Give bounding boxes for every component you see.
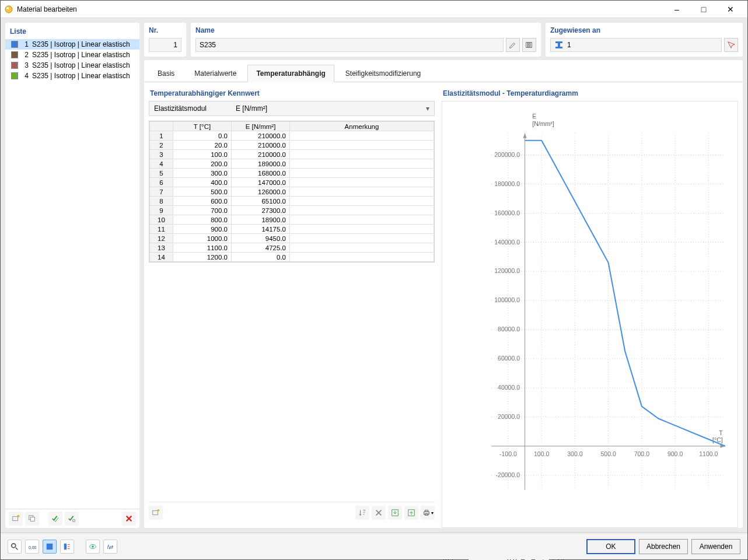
svg-text:80000.0: 80000.0 xyxy=(498,326,520,332)
grid-delete-icon[interactable] xyxy=(372,506,386,520)
table-row[interactable]: 7500.0126000.0 xyxy=(150,187,434,197)
svg-point-1 xyxy=(6,7,9,9)
minimize-button[interactable]: – xyxy=(663,1,690,18)
list-item[interactable]: 4S235 | Isotrop | Linear elastisch xyxy=(5,71,139,81)
svg-rect-9 xyxy=(530,43,532,48)
export-icon[interactable] xyxy=(404,506,418,520)
new-item-icon[interactable] xyxy=(9,512,23,526)
table-row[interactable]: 6400.0147000.0 xyxy=(150,178,434,187)
svg-text:f⇄: f⇄ xyxy=(107,544,113,550)
ok-button[interactable]: OK xyxy=(586,539,635,554)
list-item-num: 1 xyxy=(22,40,29,48)
table-row[interactable]: 8600.065100.0 xyxy=(150,197,434,206)
list-item[interactable]: 2S235 | Isotrop | Linear elastisch xyxy=(5,50,139,60)
delete-icon[interactable] xyxy=(122,512,136,526)
table-row[interactable]: 11900.014175.0 xyxy=(150,225,434,234)
titlebar: Material bearbeiten – □ ✕ xyxy=(1,1,747,18)
svg-rect-18 xyxy=(425,510,428,512)
svg-text:700.0: 700.0 xyxy=(634,450,649,457)
pick-assign-icon[interactable] xyxy=(724,38,738,52)
assign-card: Zugewiesen an 1 xyxy=(546,23,743,57)
table-row[interactable]: 10.0210000.0 xyxy=(150,131,434,141)
svg-text:0,00: 0,00 xyxy=(29,545,36,549)
app-window: Material bearbeiten – □ ✕ Liste 1S235 | … xyxy=(0,0,748,560)
table-row[interactable]: 10800.018900.0 xyxy=(150,215,434,225)
table-row[interactable]: 131100.04725.0 xyxy=(150,243,434,253)
svg-rect-13 xyxy=(153,511,158,515)
svg-point-68 xyxy=(92,545,94,548)
name-input[interactable]: S235 xyxy=(195,38,504,52)
mode1-icon[interactable] xyxy=(43,540,57,554)
chart-column: Elastizitätsmodul - Temperaturdiagramm -… xyxy=(442,87,738,523)
svg-text:900.0: 900.0 xyxy=(667,450,683,457)
table-row[interactable]: 9700.027300.0 xyxy=(150,206,434,215)
table-row[interactable]: 220.0210000.0 xyxy=(150,141,434,150)
apply-button[interactable]: Anwenden xyxy=(691,539,740,554)
table-row[interactable]: 4200.0189000.0 xyxy=(150,159,434,169)
tab-temperaturabhängig[interactable]: Temperaturabhängig xyxy=(247,65,334,82)
assign-input[interactable]: 1 xyxy=(550,38,722,52)
svg-text:120000.0: 120000.0 xyxy=(494,267,520,274)
grid-toolbar: ▾ xyxy=(149,502,435,523)
svg-rect-66 xyxy=(64,543,67,550)
table-row[interactable]: 121000.09450.0 xyxy=(150,234,434,243)
top-row: Nr. 1 Name S235 Zugewiesen an xyxy=(144,23,743,57)
swatch-icon xyxy=(11,41,18,48)
decimals-icon[interactable]: 0,00 xyxy=(25,540,39,554)
view-icon[interactable] xyxy=(86,540,100,554)
data-grid[interactable]: T [°C]E [N/mm²]Anmerkung10.0210000.0220.… xyxy=(149,121,435,262)
svg-text:140000.0: 140000.0 xyxy=(494,239,520,246)
swatch-icon xyxy=(11,72,18,79)
tab-basis[interactable]: Basis xyxy=(149,65,183,82)
import-icon[interactable] xyxy=(388,506,402,520)
check1-icon[interactable] xyxy=(48,512,62,526)
svg-rect-12 xyxy=(555,47,562,48)
list-panel: Liste 1S235 | Isotrop | Linear elastisch… xyxy=(5,23,139,528)
nr-input[interactable]: 1 xyxy=(149,38,181,52)
tab-steifigkeitsmodifizierung[interactable]: Steifigkeitsmodifizierung xyxy=(337,65,429,82)
list-item[interactable]: 1S235 | Isotrop | Linear elastisch xyxy=(5,39,139,50)
maximize-button[interactable]: □ xyxy=(690,1,717,18)
chevron-down-icon: ▾ xyxy=(426,104,429,113)
search-icon[interactable] xyxy=(8,540,22,554)
nr-label: Nr. xyxy=(149,26,181,34)
svg-text:40000.0: 40000.0 xyxy=(498,384,520,391)
i-beam-icon xyxy=(554,41,564,49)
tab-materialwerte[interactable]: Materialwerte xyxy=(186,65,245,82)
svg-rect-8 xyxy=(528,43,530,48)
assign-label: Zugewiesen an xyxy=(550,26,738,34)
svg-text:180000.0: 180000.0 xyxy=(494,180,520,187)
window-title: Material bearbeiten xyxy=(17,5,663,13)
fx-icon[interactable]: f⇄ xyxy=(103,540,117,554)
svg-text:20000.0: 20000.0 xyxy=(498,413,520,420)
tabs-panel: BasisMaterialwerteTemperaturabhängigStei… xyxy=(144,60,743,528)
cancel-button[interactable]: Abbrechen xyxy=(639,539,688,554)
check2-icon[interactable] xyxy=(65,512,79,526)
svg-text:1100.0: 1100.0 xyxy=(699,450,718,457)
grid-new-icon[interactable] xyxy=(149,506,163,520)
svg-text:E: E xyxy=(532,113,536,120)
list-item-num: 2 xyxy=(22,51,29,59)
table-row[interactable]: 5300.0168000.0 xyxy=(150,169,434,178)
table-row[interactable]: 3100.0210000.0 xyxy=(150,150,434,159)
chart-title: Elastizitätsmodul - Temperaturdiagramm xyxy=(442,87,738,101)
copy-icon[interactable] xyxy=(25,512,39,526)
svg-point-0 xyxy=(5,6,12,13)
list-item-label: S235 | Isotrop | Linear elastisch xyxy=(32,72,130,80)
list-item[interactable]: 3S235 | Isotrop | Linear elastisch xyxy=(5,60,139,71)
svg-text:160000.0: 160000.0 xyxy=(494,209,520,216)
tempdep-title: Temperaturabhängiger Kennwert xyxy=(149,87,435,101)
content: Liste 1S235 | Isotrop | Linear elastisch… xyxy=(1,18,747,533)
library-icon[interactable] xyxy=(522,38,536,52)
print-icon[interactable]: ▾ xyxy=(421,506,435,520)
svg-text:100.0: 100.0 xyxy=(534,450,549,457)
edit-name-icon[interactable] xyxy=(506,38,520,52)
table-row[interactable]: 141200.00.0 xyxy=(150,253,434,262)
list-toolbar xyxy=(5,509,139,528)
mode2-icon[interactable] xyxy=(60,540,74,554)
kennwert-dropdown[interactable]: Elastizitätsmodul E [N/mm²] ▾ xyxy=(149,101,435,116)
svg-rect-65 xyxy=(47,543,53,550)
list-item-num: 3 xyxy=(22,61,29,69)
sort-icon[interactable] xyxy=(355,506,369,520)
close-button[interactable]: ✕ xyxy=(717,1,744,18)
